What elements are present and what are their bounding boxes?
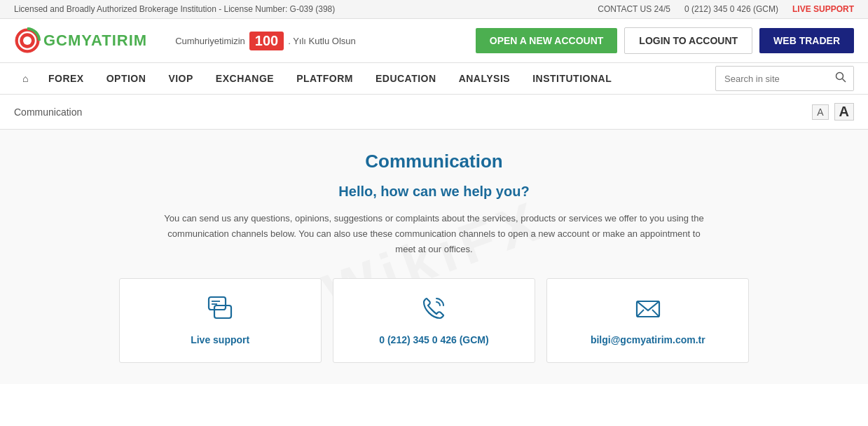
email-icon [635, 296, 661, 326]
font-size-large-button[interactable]: A [834, 103, 854, 121]
analysis-link[interactable]: ANALYSIS [448, 63, 522, 94]
home-link[interactable]: ⌂ [14, 63, 37, 94]
nav-item-platform[interactable]: PLATFORM [285, 63, 364, 94]
svg-rect-6 [214, 305, 231, 318]
anniversary-number: 100 [249, 32, 284, 50]
nav-item-option[interactable]: OPTION [95, 63, 158, 94]
live-support-link[interactable]: LIVE SUPPORT [792, 4, 854, 14]
contact-us-link[interactable]: CONTACT US 24/5 [598, 4, 670, 14]
phone-svg [421, 296, 446, 321]
search-box [715, 66, 854, 91]
svg-line-10 [637, 310, 644, 317]
logo-gcm: GCM [43, 32, 81, 49]
svg-line-4 [843, 79, 846, 83]
phone-label: 0 (212) 345 0 426 (GCM) [379, 334, 488, 345]
logo-icon [14, 27, 41, 54]
anniversary-prefix: Cumhuriyetimizin [175, 36, 245, 46]
education-link[interactable]: EDUCATION [364, 63, 448, 94]
content-area: WikiFX Communication Hello, how can we h… [0, 130, 868, 384]
phone-icon [421, 296, 446, 326]
svg-line-11 [652, 310, 659, 317]
email-svg [635, 296, 661, 321]
institutional-link[interactable]: INSTITUTIONAL [521, 63, 623, 94]
logo-text: GCMYATIRIM [43, 32, 147, 50]
contact-card-phone[interactable]: 0 (212) 345 0 426 (GCM) [333, 278, 535, 363]
nav-items: ⌂ FOREX OPTION VIOP EXCHANGE PLATFORM ED… [14, 63, 715, 94]
search-input[interactable] [716, 69, 828, 89]
login-button[interactable]: LOGIN TO ACCOUNT [624, 27, 752, 54]
svg-point-2 [23, 36, 32, 45]
email-label: bilgi@gcmyatirim.com.tr [591, 334, 705, 345]
logo-yatirim: YATIRIM [81, 32, 147, 49]
live-support-label: Live support [191, 334, 249, 345]
anniversary-suffix: . Yılı Kutlu Olsun [288, 36, 356, 46]
svg-rect-5 [209, 297, 226, 310]
page-subtitle: Hello, how can we help you? [119, 184, 750, 200]
search-icon [835, 71, 846, 83]
nav-home[interactable]: ⌂ [14, 63, 37, 94]
main-nav: ⌂ FOREX OPTION VIOP EXCHANGE PLATFORM ED… [0, 63, 868, 95]
breadcrumb-bar: Communication A A [0, 95, 868, 130]
nav-item-viop[interactable]: VIOP [157, 63, 204, 94]
web-trader-button[interactable]: WEB TRADER [759, 28, 854, 53]
header: GCMYATIRIM Cumhuriyetimizin 100 . Yılı K… [0, 19, 868, 63]
search-button[interactable] [828, 67, 853, 90]
chat-svg [207, 296, 233, 321]
top-bar: Licensed and Broadly Authorized Brokerag… [0, 0, 868, 19]
content-description: You can send us any questions, opinions,… [161, 211, 708, 257]
contact-cards: Live support 0 (212) 345 0 426 (GCM) [119, 278, 750, 363]
font-size-small-button[interactable]: A [812, 104, 828, 120]
page-title: Communication [119, 151, 750, 172]
contact-card-live-support[interactable]: Live support [119, 278, 322, 363]
nav-item-analysis[interactable]: ANALYSIS [448, 63, 522, 94]
breadcrumb: Communication [14, 106, 82, 118]
logo-link[interactable]: GCMYATIRIM [14, 27, 147, 54]
nav-item-institutional[interactable]: INSTITUTIONAL [521, 63, 623, 94]
top-bar-right: CONTACT US 24/5 0 (212) 345 0 426 (GCM) … [598, 4, 854, 14]
nav-item-exchange[interactable]: EXCHANGE [205, 63, 285, 94]
open-account-button[interactable]: OPEN A NEW ACCOUNT [476, 28, 618, 53]
content-inner: Communication Hello, how can we help you… [119, 151, 750, 363]
svg-point-3 [836, 73, 843, 80]
header-actions: OPEN A NEW ACCOUNT LOGIN TO ACCOUNT WEB … [476, 27, 854, 54]
anniversary-badge: Cumhuriyetimizin 100 . Yılı Kutlu Olsun [175, 32, 356, 50]
viop-link[interactable]: VIOP [157, 63, 204, 94]
platform-link[interactable]: PLATFORM [285, 63, 364, 94]
chat-icon [207, 296, 233, 326]
contact-card-email[interactable]: bilgi@gcmyatirim.com.tr [546, 278, 749, 363]
forex-link[interactable]: FOREX [37, 63, 95, 94]
exchange-link[interactable]: EXCHANGE [205, 63, 285, 94]
font-size-controls: A A [812, 103, 854, 121]
phone-link[interactable]: 0 (212) 345 0 426 (GCM) [684, 4, 778, 14]
license-text: Licensed and Broadly Authorized Brokerag… [14, 4, 335, 14]
nav-item-forex[interactable]: FOREX [37, 63, 95, 94]
nav-item-education[interactable]: EDUCATION [364, 63, 448, 94]
option-link[interactable]: OPTION [95, 63, 158, 94]
